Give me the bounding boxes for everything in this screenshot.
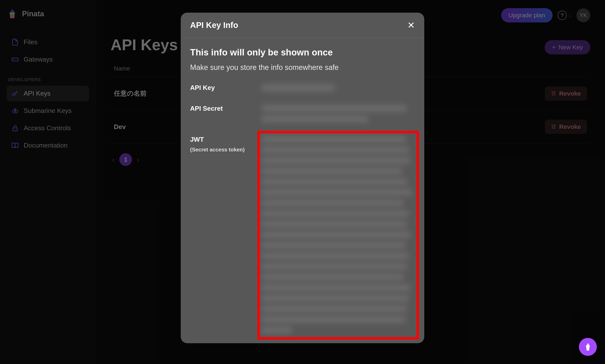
api-key-info-modal: API Key Info ✕ This info will only be sh… [181, 13, 424, 343]
api-secret-label: API Secret [190, 105, 261, 123]
api-secret-row: API Secret [190, 105, 415, 123]
jwt-label: JWT (Secret access token) [190, 136, 261, 334]
close-icon: ✕ [407, 20, 415, 30]
modal-body: This info will only be shown once Make s… [181, 38, 424, 343]
jwt-value[interactable] [261, 136, 415, 334]
svg-point-14 [587, 344, 588, 345]
api-key-label: API Key [190, 84, 261, 92]
api-key-row: API Key [190, 84, 415, 92]
modal-title: API Key Info [190, 21, 238, 30]
api-key-value[interactable] [261, 84, 415, 92]
support-fab[interactable] [579, 338, 597, 356]
pinata-icon [583, 342, 592, 351]
api-secret-value[interactable] [261, 105, 415, 123]
jwt-row: JWT (Secret access token) [190, 136, 415, 334]
modal-header: API Key Info ✕ [181, 13, 424, 38]
modal-subline: Make sure you store the info somewhere s… [190, 63, 415, 72]
close-button[interactable]: ✕ [407, 20, 415, 30]
modal-overlay[interactable]: API Key Info ✕ This info will only be sh… [0, 0, 605, 364]
jwt-sublabel: (Secret access token) [190, 146, 261, 153]
modal-headline: This info will only be shown once [190, 47, 415, 57]
